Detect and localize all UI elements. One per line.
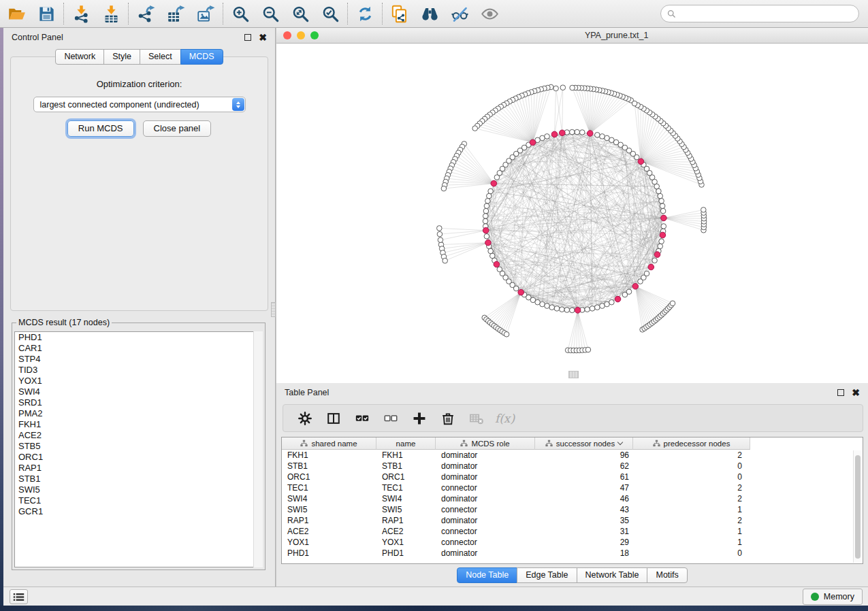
zoom-in-button[interactable] (225, 0, 255, 27)
save-session-button[interactable] (31, 0, 61, 27)
mcds-result-item[interactable]: STB5 (15, 441, 262, 452)
cell-name[interactable]: TEC1 (376, 482, 436, 493)
table-scrollbar-thumb[interactable] (855, 455, 861, 559)
table-row[interactable]: STB1STB1dominator620 (282, 461, 863, 472)
close-panel-button[interactable]: Close panel (143, 120, 212, 137)
optimization-criterion-select[interactable]: largest connected component (undirected) (33, 97, 246, 112)
cell-shared-name[interactable]: PHD1 (282, 548, 376, 559)
cell-MCDS-role[interactable]: connector (436, 482, 535, 493)
float-table-panel-icon[interactable] (837, 389, 844, 396)
close-panel-icon[interactable]: ✖ (259, 34, 267, 41)
mcds-result-item[interactable]: PMA2 (15, 408, 262, 419)
tab-select[interactable]: Select (140, 49, 181, 65)
cell-predecessor-nodes[interactable]: 1 (633, 504, 750, 515)
refresh-view-button[interactable] (350, 0, 380, 27)
column-header-name[interactable]: name (376, 437, 436, 450)
clone-network-button[interactable] (385, 0, 415, 27)
table-row[interactable]: TEC1TEC1connector472 (282, 482, 863, 493)
cell-name[interactable]: ORC1 (376, 472, 436, 482)
search-box[interactable] (660, 5, 859, 22)
export-image-button[interactable] (191, 0, 221, 27)
export-table-button[interactable] (161, 0, 191, 27)
close-window-icon[interactable] (283, 31, 291, 39)
select-all-button[interactable] (353, 410, 370, 427)
cell-shared-name[interactable]: SWI4 (282, 493, 376, 504)
cell-predecessor-nodes[interactable]: 1 (633, 526, 750, 537)
cell-successor-nodes[interactable]: 47 (535, 482, 633, 493)
mcds-result-item[interactable]: TID3 (15, 365, 262, 376)
cell-predecessor-nodes[interactable]: 1 (633, 537, 750, 548)
cell-predecessor-nodes[interactable]: 2 (633, 482, 750, 493)
table-row[interactable]: SWI5SWI5connector431 (282, 504, 863, 515)
mcds-list-scrollbar[interactable] (253, 331, 263, 567)
memory-button[interactable]: Memory (803, 589, 863, 605)
tab-edge-table[interactable]: Edge Table (517, 567, 577, 583)
cell-MCDS-role[interactable]: dominator (436, 472, 535, 482)
table-row[interactable]: ORC1ORC1dominator610 (282, 472, 863, 482)
cell-MCDS-role[interactable]: dominator (436, 450, 535, 461)
mcds-result-item[interactable]: FKH1 (15, 419, 262, 430)
cell-successor-nodes[interactable]: 96 (535, 450, 633, 461)
table-row[interactable]: ACE2ACE2connector311 (282, 526, 863, 537)
table-row[interactable]: RAP1RAP1dominator352 (282, 515, 863, 526)
cell-name[interactable]: RAP1 (376, 515, 436, 526)
cell-successor-nodes[interactable]: 61 (535, 472, 633, 482)
cell-name[interactable]: STB1 (376, 461, 436, 472)
tab-style[interactable]: Style (103, 49, 140, 65)
cell-name[interactable]: PHD1 (376, 548, 436, 559)
mcds-result-item[interactable]: CAR1 (15, 343, 262, 354)
cell-shared-name[interactable]: RAP1 (282, 515, 376, 526)
table-row[interactable]: SWI4SWI4dominator462 (282, 493, 863, 504)
export-network-button[interactable] (131, 0, 161, 27)
cell-successor-nodes[interactable]: 46 (535, 493, 633, 504)
zoom-selected-button[interactable] (315, 0, 345, 27)
column-header-successor-nodes[interactable]: successor nodes (535, 437, 633, 450)
table-row[interactable]: YOX1YOX1connector291 (282, 537, 863, 548)
cell-successor-nodes[interactable]: 43 (535, 504, 633, 515)
tab-network[interactable]: Network (55, 49, 104, 65)
cell-MCDS-role[interactable]: connector (436, 504, 535, 515)
mcds-result-item[interactable]: STB1 (15, 474, 262, 484)
mcds-result-item[interactable]: SWI5 (15, 484, 262, 495)
open-file-button[interactable] (1, 0, 31, 27)
deselect-all-button[interactable] (382, 410, 399, 427)
mcds-result-item[interactable]: SWI4 (15, 386, 262, 397)
cell-name[interactable]: FKH1 (376, 450, 436, 461)
network-graph[interactable] (276, 44, 868, 383)
cell-shared-name[interactable]: ACE2 (282, 526, 376, 537)
cell-MCDS-role[interactable]: dominator (436, 461, 535, 472)
network-canvas[interactable] (276, 44, 868, 383)
cell-successor-nodes[interactable]: 18 (535, 548, 633, 559)
column-header-MCDS-role[interactable]: MCDS role (436, 437, 535, 450)
mcds-result-item[interactable]: STP4 (15, 354, 262, 365)
vertical-splitter-grip[interactable] (271, 302, 276, 317)
cell-predecessor-nodes[interactable]: 2 (633, 515, 750, 526)
cell-shared-name[interactable]: YOX1 (282, 537, 376, 548)
tab-node-table[interactable]: Node Table (457, 567, 517, 583)
cell-shared-name[interactable]: ORC1 (282, 472, 376, 482)
run-mcds-button[interactable]: Run MCDS (67, 120, 134, 137)
network-window-titlebar[interactable]: YPA_prune.txt_1 (276, 28, 868, 44)
mcds-result-item[interactable]: ORC1 (15, 452, 262, 463)
column-settings-button[interactable] (296, 410, 313, 427)
cell-predecessor-nodes[interactable]: 2 (633, 493, 750, 504)
task-history-button[interactable] (10, 589, 28, 604)
cell-MCDS-role[interactable]: connector (436, 526, 535, 537)
maximize-window-icon[interactable] (310, 31, 319, 39)
mcds-result-item[interactable]: ACE2 (15, 430, 262, 441)
cell-MCDS-role[interactable]: dominator (436, 515, 535, 526)
cell-successor-nodes[interactable]: 62 (535, 461, 633, 472)
hide-annotations-button[interactable] (445, 0, 475, 27)
tab-mcds[interactable]: MCDS (180, 49, 223, 65)
tab-motifs[interactable]: Motifs (647, 567, 687, 583)
cell-name[interactable]: SWI5 (376, 504, 436, 515)
cell-successor-nodes[interactable]: 31 (535, 526, 633, 537)
cell-MCDS-role[interactable]: dominator (436, 548, 535, 559)
cell-shared-name[interactable]: SWI5 (282, 504, 376, 515)
table-scrollbar[interactable] (853, 450, 862, 563)
cell-predecessor-nodes[interactable]: 0 (633, 472, 750, 482)
tab-network-table[interactable]: Network Table (577, 567, 648, 583)
search-input[interactable] (677, 7, 858, 20)
cell-shared-name[interactable]: STB1 (282, 461, 376, 472)
column-header-shared-name[interactable]: shared name (282, 437, 376, 450)
